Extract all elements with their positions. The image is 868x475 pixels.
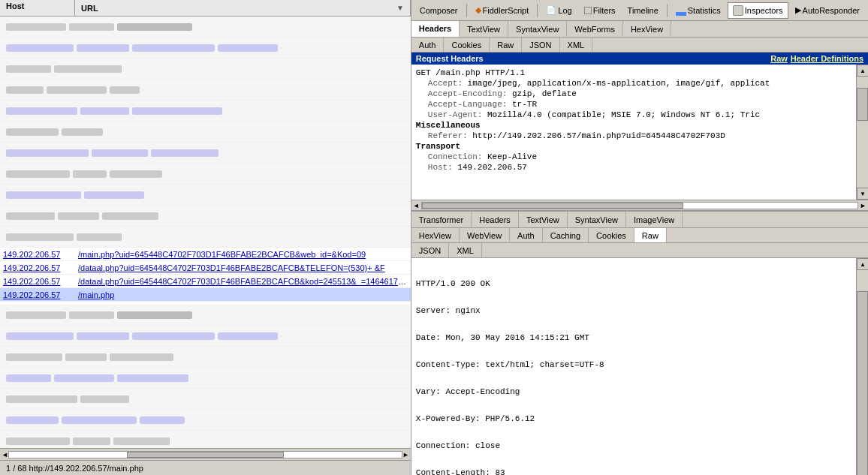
subtab-raw[interactable]: Raw <box>634 228 667 242</box>
subtab-resp-auth[interactable]: Auth <box>510 228 543 242</box>
blurred-content-row <box>0 389 411 410</box>
response-content-area: HTTP/1.0 200 OK Server: nginx Date: Mon,… <box>411 258 868 475</box>
subtab-json[interactable]: JSON <box>522 38 559 52</box>
left-panel: Host URL ▼ <box>0 0 411 475</box>
scroll-track[interactable] <box>857 270 868 475</box>
tab-resp-syntaxview[interactable]: SyntaxView <box>568 212 626 227</box>
host-cell[interactable]: 149.202.206.57 <box>0 250 75 259</box>
inspectors-button[interactable]: Inspectors <box>728 2 788 19</box>
fiddlerscript-button[interactable]: ◆ FiddlerScript <box>470 2 535 19</box>
blurred-content-row <box>0 101 411 122</box>
request-headers-title: Request Headers Raw Header Definitions <box>411 53 868 65</box>
header-section-label: Transport <box>416 141 851 152</box>
response-line: Server: nginx <box>416 306 851 315</box>
h-scroll-thumb[interactable] <box>422 203 683 209</box>
subtab-hexview[interactable]: HexView <box>411 228 460 242</box>
toolbar-separator <box>667 4 668 17</box>
scroll-right-icon[interactable]: ► <box>858 202 868 209</box>
blurred-content-row <box>0 38 411 59</box>
scroll-thumb[interactable] <box>857 88 868 121</box>
inspectors-panel: Headers TextView SyntaxView WebForms Hex… <box>411 21 868 475</box>
raw-link[interactable]: Raw <box>770 54 788 63</box>
blurred-content-row <box>0 80 411 101</box>
right-panel: Composer ◆ FiddlerScript 📄 Log Filters T… <box>411 0 868 475</box>
scroll-right-btn[interactable]: ► <box>402 451 409 458</box>
table-row[interactable]: 149.202.206.57 /main.php?uid=645448C4702… <box>0 248 411 261</box>
table-row[interactable]: 149.202.206.57 /dataal.php?uid=645448C47… <box>0 261 411 275</box>
log-icon: 📄 <box>546 5 556 15</box>
horizontal-scrollbar[interactable]: ◄ ► <box>0 448 411 460</box>
table-row[interactable]: 149.202.206.57 /main.php <box>0 288 411 302</box>
scroll-thumb[interactable] <box>127 452 284 458</box>
subtab-resp-json[interactable]: JSON <box>411 243 449 257</box>
scroll-up-btn[interactable]: ▲ <box>857 258 868 270</box>
tab-textview[interactable]: TextView <box>460 21 508 37</box>
tab-headers[interactable]: Headers <box>411 21 460 37</box>
scroll-down-btn[interactable]: ▼ <box>857 188 868 200</box>
composer-button[interactable]: Composer <box>414 2 463 19</box>
tab-syntaxview[interactable]: SyntaxView <box>508 21 567 37</box>
host-column-header: Host <box>0 0 75 16</box>
h-scroll-track[interactable] <box>421 202 858 209</box>
response-line: Content-Length: 83 <box>416 468 851 475</box>
request-vertical-scrollbar[interactable]: ▲ ▼ <box>856 65 868 200</box>
header-line: Referer: http://149.202.206.57/main.php?… <box>416 131 851 141</box>
url-column-header: URL ▼ <box>75 0 411 16</box>
request-first-line: GET /main.php HTTP/1.1 <box>416 68 851 78</box>
filters-button[interactable]: Filters <box>579 2 621 19</box>
request-h-scrollbar[interactable]: ◄ ► <box>411 200 868 210</box>
response-line: Vary: Accept-Encoding <box>416 387 851 396</box>
filters-checkbox-icon <box>584 7 592 14</box>
statistics-button[interactable]: Statistics <box>671 2 726 19</box>
tab-webforms[interactable]: WebForms <box>567 21 623 37</box>
url-cell[interactable]: /main.php?uid=645448C4702F703D1F46BFABE2… <box>75 250 411 259</box>
autoresponder-button[interactable]: ▶ AutoResponder <box>790 2 865 19</box>
response-subtab-bar-2: JSON XML <box>411 243 868 258</box>
subtab-webview[interactable]: WebView <box>460 228 510 242</box>
table-row[interactable]: 149.202.206.57 /dataal.php?uid=645448C47… <box>0 275 411 288</box>
scroll-track[interactable] <box>8 451 402 458</box>
sort-arrow-icon: ▼ <box>396 4 404 12</box>
header-line: Accept-Language: tr-TR <box>416 99 851 110</box>
scroll-track[interactable] <box>857 77 868 188</box>
blurred-content-row <box>0 185 411 206</box>
tab-transformer[interactable]: Transformer <box>411 212 472 227</box>
blurred-content-row <box>0 305 411 326</box>
scroll-up-btn[interactable]: ▲ <box>857 65 868 77</box>
header-definitions-link[interactable]: Header Definitions <box>791 54 863 63</box>
subtab-resp-cookies[interactable]: Cookies <box>589 228 634 242</box>
subtab-auth[interactable]: Auth <box>411 38 445 52</box>
blurred-content-row <box>0 410 411 431</box>
blurred-content-row <box>0 122 411 143</box>
tab-resp-headers[interactable]: Headers <box>472 212 519 227</box>
blurred-content-row <box>0 326 411 347</box>
scroll-left-btn[interactable]: ◄ <box>2 451 8 458</box>
response-line: Connection: close <box>416 441 851 450</box>
scroll-left-icon[interactable]: ◄ <box>411 202 421 209</box>
tab-resp-textview[interactable]: TextView <box>519 212 568 227</box>
host-cell[interactable]: 149.202.206.57 <box>0 277 75 286</box>
tab-hexview[interactable]: HexView <box>623 21 671 37</box>
response-text: HTTP/1.0 200 OK Server: nginx Date: Mon,… <box>411 258 856 475</box>
host-cell[interactable]: 149.202.206.57 <box>0 263 75 272</box>
response-tab-bar: Transformer Headers TextView SyntaxView … <box>411 212 868 228</box>
header-line: Host: 149.202.206.57 <box>416 162 851 173</box>
timeline-button[interactable]: Timeline <box>622 2 664 19</box>
log-button[interactable]: 📄 Log <box>541 2 577 19</box>
headers-content-area: GET /main.php HTTP/1.1 Accept: image/jpe… <box>411 65 868 200</box>
subtab-xml[interactable]: XML <box>560 38 593 52</box>
subtab-cookies[interactable]: Cookies <box>444 38 490 52</box>
subtab-resp-xml[interactable]: XML <box>449 243 482 257</box>
blurred-content-row <box>0 431 411 448</box>
url-cell[interactable]: /main.php <box>75 290 411 299</box>
url-cell[interactable]: /dataal.php?uid=645448C4702F703D1F46BFAB… <box>75 277 411 286</box>
response-vertical-scrollbar[interactable]: ▲ ▼ <box>856 258 868 475</box>
toolbar-separator <box>537 4 538 17</box>
url-cell[interactable]: /dataal.php?uid=645448C4702F703D1F46BFAB… <box>75 263 411 272</box>
fiddlerscript-icon: ◆ <box>475 5 481 15</box>
tab-imageview[interactable]: ImageView <box>626 212 683 227</box>
subtab-caching[interactable]: Caching <box>543 228 589 242</box>
host-cell[interactable]: 149.202.206.57 <box>0 290 75 299</box>
scroll-thumb[interactable] <box>857 291 868 475</box>
subtab-raw[interactable]: Raw <box>490 38 522 52</box>
